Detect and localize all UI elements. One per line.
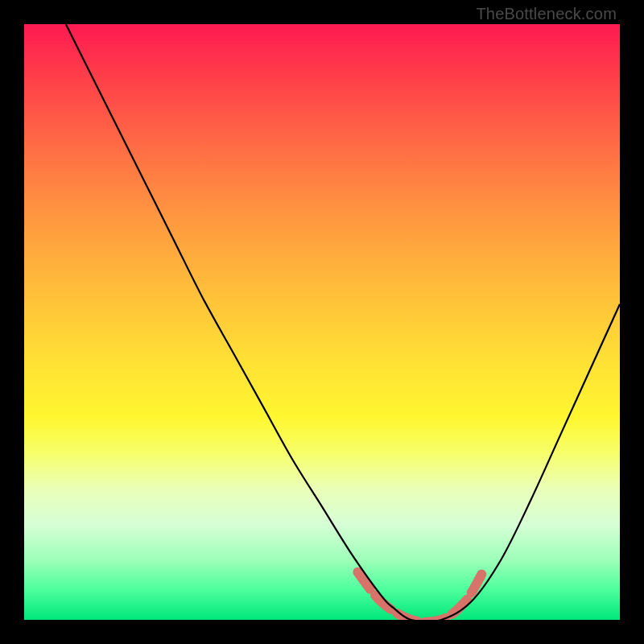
optimal-range-marker — [357, 572, 482, 620]
curve-svg — [24, 24, 620, 620]
plot-area — [24, 24, 620, 620]
attribution-text: TheBottleneck.com — [476, 5, 617, 23]
bottleneck-curve — [66, 24, 620, 620]
chart-frame: TheBottleneck.com — [0, 0, 644, 644]
